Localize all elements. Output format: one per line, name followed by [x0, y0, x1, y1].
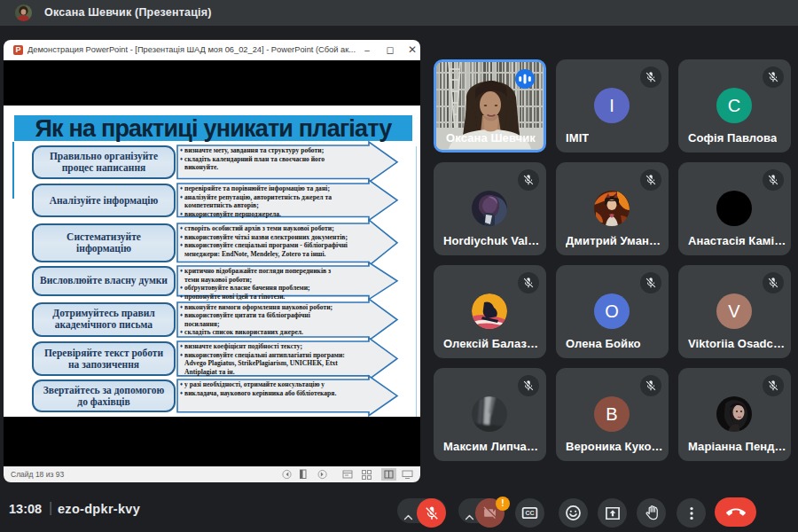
svg-text:CC: CC — [525, 510, 534, 516]
